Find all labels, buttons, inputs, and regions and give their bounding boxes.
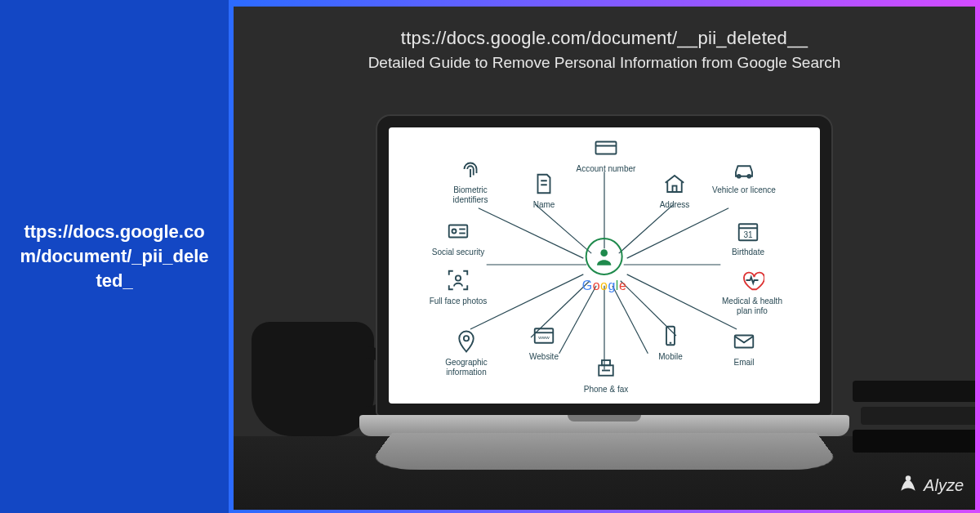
- card-icon: [592, 134, 620, 162]
- lion-icon: [898, 473, 919, 498]
- node-label: Geographic information: [434, 358, 499, 377]
- watermark-text: Alyze: [924, 476, 964, 495]
- svg-line-9: [627, 208, 729, 258]
- browser-icon: www: [530, 322, 558, 350]
- svg-point-23: [452, 230, 457, 234]
- node-label: Website: [511, 352, 577, 362]
- node-label: Mobile: [638, 352, 703, 362]
- node-label: Email: [711, 358, 777, 368]
- svg-rect-15: [596, 142, 617, 154]
- google-label: Google: [582, 279, 627, 293]
- laptop-keyboard: [364, 433, 844, 470]
- house-icon: [661, 170, 688, 198]
- watermark: Alyze: [898, 473, 964, 498]
- left-panel: ttps://docs.google.com/document/_pii_del…: [0, 0, 229, 513]
- node-label: Name: [511, 200, 577, 210]
- node-account-number: Account number: [573, 134, 639, 174]
- face-scan-icon: [444, 266, 472, 294]
- node-medical: Medical & health plan info: [719, 266, 785, 315]
- node-mobile: Mobile: [638, 322, 703, 362]
- id-card-icon: [444, 217, 472, 245]
- fingerprint-icon: [457, 155, 484, 183]
- node-email: Email: [711, 328, 777, 368]
- svg-line-5: [619, 204, 674, 253]
- diagram-center: Google: [582, 238, 627, 293]
- svg-point-30: [464, 336, 469, 341]
- heartbeat-icon: [738, 266, 766, 294]
- left-url-text: ttps://docs.google.com/document/_pii_del…: [20, 220, 209, 292]
- node-geographic: Geographic information: [434, 328, 499, 377]
- node-vehicle: Vehicle or licence: [711, 155, 777, 195]
- person-icon: [586, 238, 623, 275]
- node-label: Full face photos: [425, 297, 491, 306]
- node-social-security: Social security: [425, 217, 491, 257]
- pii-diagram: Google Account number Biometric identifi…: [389, 127, 820, 404]
- svg-point-29: [456, 275, 461, 280]
- book-stack: [853, 376, 975, 453]
- node-label: Birthdate: [715, 248, 781, 257]
- title-block: ttps://docs.google.com/document/__pii_de…: [234, 28, 975, 72]
- header-url: ttps://docs.google.com/document/__pii_de…: [234, 28, 975, 49]
- scene: ttps://docs.google.com/document/__pii_de…: [234, 7, 975, 510]
- document-icon: [530, 170, 558, 198]
- node-label: Phone & fax: [573, 385, 639, 395]
- node-label: Medical & health plan info: [719, 297, 785, 315]
- envelope-icon: [730, 328, 758, 355]
- node-full-face: Full face photos: [425, 266, 491, 306]
- map-pin-icon: [452, 328, 480, 355]
- calendar-icon: 31: [734, 217, 762, 245]
- coffee-mug: [252, 322, 374, 436]
- node-biometric: Biometric identifiers: [438, 155, 503, 204]
- node-label: Account number: [573, 164, 639, 174]
- svg-rect-39: [735, 336, 754, 348]
- svg-text:www: www: [537, 334, 550, 340]
- laptop-lid: Google Account number Biometric identifi…: [376, 114, 833, 417]
- svg-text:31: 31: [743, 230, 753, 239]
- svg-point-40: [906, 475, 911, 481]
- node-name: Name: [511, 170, 577, 210]
- laptop: Google Account number Biometric identifi…: [359, 114, 849, 490]
- header-subtitle: Detailed Guide to Remove Personal Inform…: [234, 54, 975, 72]
- node-birthdate: 31 Birthdate: [715, 217, 781, 257]
- mobile-icon: [657, 322, 684, 350]
- node-label: Vehicle or licence: [711, 185, 777, 195]
- node-address: Address: [642, 170, 707, 210]
- svg-point-14: [601, 249, 608, 256]
- node-label: Social security: [425, 248, 491, 257]
- node-phone-fax: Phone & fax: [573, 355, 639, 395]
- node-label: Address: [642, 200, 707, 210]
- right-panel: ttps://docs.google.com/document/__pii_de…: [229, 0, 980, 513]
- fax-icon: [592, 355, 620, 382]
- svg-rect-35: [602, 360, 610, 365]
- node-label: Biometric identifiers: [438, 185, 503, 204]
- svg-rect-19: [673, 186, 677, 193]
- car-icon: [730, 155, 758, 183]
- node-website: www Website: [511, 322, 577, 362]
- laptop-screen: Google Account number Biometric identifi…: [389, 127, 820, 404]
